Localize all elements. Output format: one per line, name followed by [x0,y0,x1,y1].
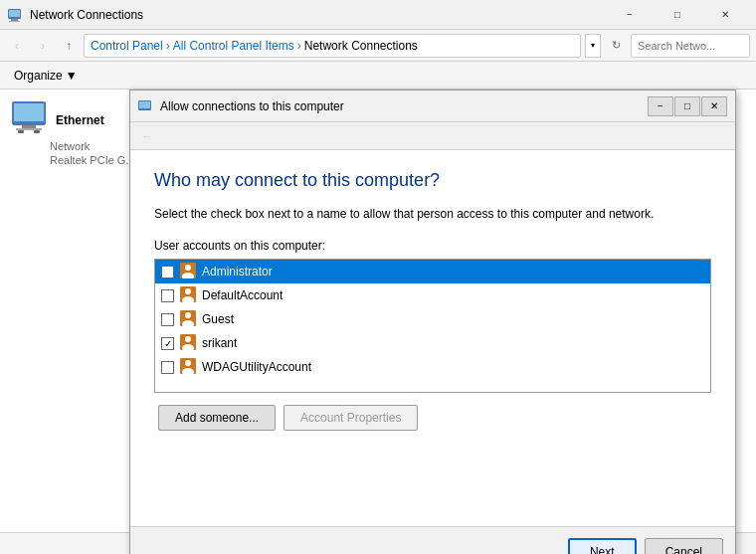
user-name-guest: Guest [202,312,234,326]
modal-maximize-button[interactable]: □ [674,96,700,116]
user-list-item[interactable]: WDAGUtilityAccount [155,355,710,379]
back-button[interactable]: ‹ [6,35,28,57]
breadcrumb-sep2: › [297,39,301,53]
maximize-button[interactable]: □ [655,0,700,30]
adapter-type: Network [50,140,90,152]
refresh-button[interactable]: ↻ [605,35,627,57]
svg-point-19 [185,312,191,318]
modal-icon [138,98,154,114]
modal-title: Allow connections to this computer [160,99,648,113]
window-title: Network Connections [30,8,601,22]
breadcrumb-sep1: › [166,39,170,53]
modal-minimize-button[interactable]: − [648,96,673,116]
action-buttons-row: Add someone... Account Properties [154,405,711,431]
user-list-item[interactable]: Guest [155,307,710,331]
user-checkbox-defaultaccount[interactable] [161,289,174,302]
user-icon-administrator [180,263,196,281]
modal-nav: ← [130,122,735,150]
svg-rect-2 [11,19,18,21]
user-checkbox-srikant[interactable] [161,337,174,350]
svg-point-13 [185,265,191,271]
user-list-item[interactable]: Administrator [155,260,710,283]
breadcrumb-all-items[interactable]: All Control Panel Items [173,39,294,53]
account-properties-button[interactable]: Account Properties [284,405,418,431]
modal-close-button[interactable]: ✕ [701,96,727,116]
user-name-administrator: Administrator [202,265,273,278]
search-input[interactable] [631,34,750,58]
address-bar: ‹ › ↑ Control Panel › All Control Panel … [0,30,756,62]
title-bar: Network Connections − □ ✕ [0,0,756,30]
accounts-label: User accounts on this computer: [154,239,711,253]
svg-rect-6 [22,125,36,128]
breadcrumb: Control Panel › All Control Panel Items … [84,34,581,58]
cancel-button[interactable]: Cancel [645,538,723,555]
user-icon-guest [180,310,196,329]
wizard-title: Who may connect to this computer? [154,170,711,191]
organize-button[interactable]: Organize ▼ [8,66,84,86]
svg-point-16 [185,288,191,294]
breadcrumb-control-panel[interactable]: Control Panel [91,39,163,53]
modal-controls: − □ ✕ [648,96,727,116]
svg-point-25 [185,360,191,366]
svg-rect-8 [18,130,24,133]
up-button[interactable]: ↑ [58,35,80,57]
window-controls: − □ ✕ [607,0,748,30]
organize-label: Organize [14,69,63,83]
add-someone-button[interactable]: Add someone... [158,405,276,431]
user-list-item[interactable]: DefaultAccount [155,283,710,307]
modal-dialog: Allow connections to this computer − □ ✕… [129,90,736,554]
user-name-srikant: srikant [202,336,237,350]
ethernet-adapter[interactable]: Ethernet Network Realtek PCIe G... [8,97,140,170]
main-content: Ethernet Network Realtek PCIe G... Allow… [0,90,756,554]
user-list-item[interactable]: srikant [155,331,710,355]
user-icon-defaultaccount [180,286,196,305]
user-icon-wdag [180,358,196,377]
left-panel: Ethernet Network Realtek PCIe G... [0,90,149,554]
address-dropdown[interactable]: ▾ [585,34,601,58]
minimize-button[interactable]: − [607,0,653,30]
modal-body: Who may connect to this computer? Select… [130,150,735,526]
user-checkbox-wdag[interactable] [161,361,174,374]
organize-arrow: ▼ [66,69,78,83]
user-icon-srikant [180,334,196,353]
svg-rect-7 [16,128,42,130]
svg-rect-9 [34,130,40,133]
close-button[interactable]: ✕ [702,0,748,30]
user-checkbox-guest[interactable] [161,313,174,326]
modal-title-bar: Allow connections to this computer − □ ✕ [130,91,735,122]
user-name-wdag: WDAGUtilityAccount [202,360,311,374]
wizard-description: Select the check box next to a name to a… [154,205,711,223]
adapter-hardware: Realtek PCIe G... [50,154,135,166]
adapter-icon [12,101,50,138]
modal-footer: Next Cancel [130,526,735,554]
next-button[interactable]: Next [568,538,637,555]
svg-point-22 [185,336,191,342]
svg-rect-5 [14,103,44,121]
toolbar: Organize ▼ [0,62,756,90]
adapter-name: Ethernet [56,113,104,127]
user-name-defaultaccount: DefaultAccount [202,288,283,302]
user-checkbox-administrator[interactable] [161,266,174,278]
svg-rect-1 [9,10,20,17]
forward-button[interactable]: › [32,35,54,57]
svg-rect-3 [9,21,20,22]
user-list: Administrator DefaultAccount [154,259,711,393]
modal-back-button[interactable]: ← [136,125,158,147]
window-icon [8,7,24,23]
breadcrumb-network-connections: Network Connections [304,39,418,53]
svg-rect-11 [139,101,150,108]
